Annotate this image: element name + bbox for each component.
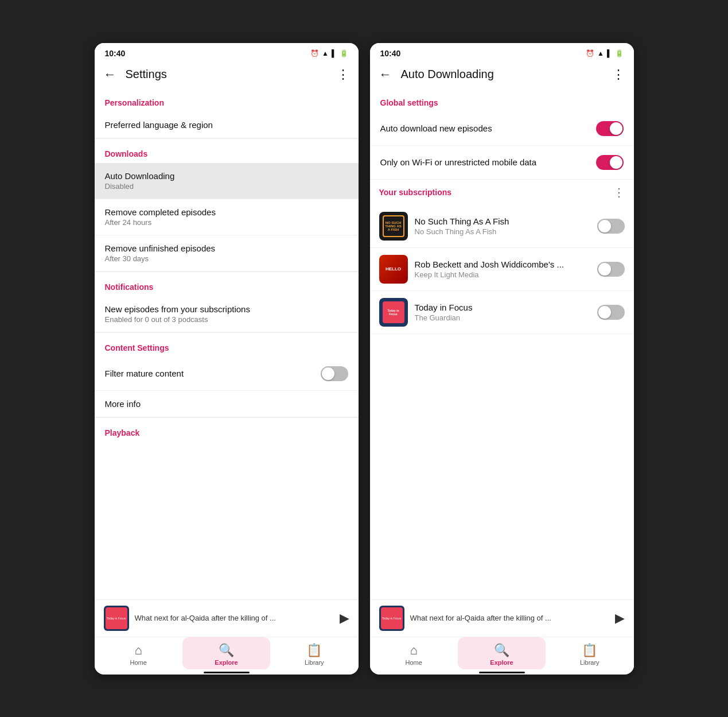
toggle-knob-wifi [610, 156, 622, 169]
player-episode-title-2: What next for al-Qaida after the killing… [410, 614, 615, 622]
guardian-title: Today in Focus [415, 303, 597, 312]
nav-home-2[interactable]: ⌂ Home [370, 637, 458, 669]
library-label: Library [305, 659, 324, 666]
fish-toggle-knob [598, 220, 611, 232]
guardian-info: Today in Focus The Guardian [415, 303, 597, 322]
fish-subtitle: No Such Thing As A Fish [415, 227, 597, 236]
section-header-personalization: Personalization [95, 88, 359, 112]
explore-label: Explore [215, 659, 238, 666]
status-bar: 10:40 ⏰ ▲ ▌ 🔋 [95, 43, 359, 61]
library-icon-2: 📋 [582, 643, 597, 658]
page-title-2: Auto Downloading [401, 68, 612, 81]
nav-library[interactable]: 📋 Library [270, 637, 358, 669]
auto-download-toggle[interactable] [596, 121, 624, 136]
rob-title: Rob Beckett and Josh Widdicombe's ... [415, 259, 597, 269]
wifi-only-label: Only on Wi-Fi or unrestricted mobile dat… [380, 157, 596, 167]
remove-completed-title: Remove completed episodes [105, 207, 348, 217]
player-thumbnail-2: Today in Focus [379, 606, 404, 631]
auto-download-toggle-row[interactable]: Auto download new episodes [370, 112, 634, 146]
status-time-2: 10:40 [380, 49, 401, 58]
section-header-downloads: Downloads [95, 139, 359, 163]
alarm-icon: ⏰ [310, 49, 319, 57]
filter-mature-toggle[interactable] [321, 366, 348, 381]
back-button[interactable]: ← [104, 68, 116, 81]
preferred-language-item[interactable]: Preferred language & region [95, 112, 359, 138]
nav-indicator-2 [479, 672, 525, 673]
section-header-playback: Playback [95, 418, 359, 442]
signal-icon: ▌ [332, 49, 337, 57]
top-bar: ← Settings ⋮ [95, 61, 359, 88]
fish-thumbnail: NO SUCH THING AS A FISH [379, 212, 408, 241]
wifi-icon: ▲ [322, 49, 329, 57]
home-icon-2: ⌂ [410, 643, 418, 658]
guardian-toggle[interactable] [597, 305, 625, 320]
nav-explore-2[interactable]: 🔍 Explore [458, 637, 546, 669]
guardian-subtitle: The Guardian [415, 313, 597, 322]
overflow-menu-button-2[interactable]: ⋮ [612, 67, 625, 82]
wifi-only-toggle[interactable] [596, 155, 624, 170]
global-settings-header: Global settings [370, 88, 634, 112]
remove-unfinished-title: Remove unfinished episodes [105, 243, 348, 253]
toggle-knob [322, 367, 334, 380]
filter-mature-label: Filter mature content [105, 369, 321, 378]
library-icon: 📋 [306, 643, 322, 658]
bottom-nav-2: ⌂ Home 🔍 Explore 📋 Library [370, 637, 634, 669]
play-button-2[interactable]: ▶ [615, 611, 625, 626]
back-button-2[interactable]: ← [379, 68, 392, 81]
battery-icon-2: 🔋 [615, 49, 624, 57]
toggle-knob-on [610, 122, 622, 135]
remove-completed-subtitle: After 24 hours [105, 218, 348, 227]
overflow-menu-button[interactable]: ⋮ [337, 67, 349, 82]
guardian-art-inner: Today in Focus [383, 301, 404, 323]
rob-subtitle: Keep It Light Media [415, 270, 597, 279]
more-info-title: More info [105, 399, 348, 409]
new-episodes-title: New episodes from your subscriptions [105, 304, 348, 314]
auto-downloading-title: Auto Downloading [105, 171, 348, 181]
nav-explore[interactable]: 🔍 Explore [182, 637, 270, 669]
remove-completed-item[interactable]: Remove completed episodes After 24 hours [95, 199, 359, 235]
new-episodes-subtitle: Enabled for 0 out of 3 podcasts [105, 315, 348, 324]
status-time: 10:40 [105, 49, 126, 58]
explore-icon: 🔍 [219, 643, 234, 658]
explore-label-2: Explore [490, 659, 513, 666]
filter-mature-row[interactable]: Filter mature content [95, 357, 359, 391]
subscriptions-menu-button[interactable]: ⋮ [613, 185, 625, 199]
spacer [95, 442, 359, 599]
status-icons: ⏰ ▲ ▌ 🔋 [310, 49, 348, 57]
signal-icon-2: ▌ [607, 49, 612, 57]
section-header-content: Content Settings [95, 333, 359, 357]
new-episodes-item[interactable]: New episodes from your subscriptions Ena… [95, 296, 359, 332]
rob-toggle[interactable] [597, 262, 625, 277]
nav-indicator [204, 672, 250, 673]
rob-art-text: HELLO [384, 265, 402, 273]
guardian-toggle-knob [598, 306, 611, 319]
home-label: Home [130, 659, 146, 666]
more-info-item[interactable]: More info [95, 391, 359, 417]
rob-toggle-knob [598, 263, 611, 276]
player-bar-2[interactable]: Today in Focus What next for al-Qaida af… [370, 599, 634, 637]
auto-downloading-subtitle: Disabled [105, 182, 348, 191]
player-thumbnail: Today in Focus [104, 606, 129, 631]
fish-toggle[interactable] [597, 219, 625, 234]
remove-unfinished-item[interactable]: Remove unfinished episodes After 30 days [95, 235, 359, 272]
wifi-icon-2: ▲ [597, 49, 604, 57]
rob-info: Rob Beckett and Josh Widdicombe's ... Ke… [415, 259, 597, 279]
player-bar[interactable]: Today in Focus What next for al-Qaida af… [95, 599, 359, 637]
status-bar-2: 10:40 ⏰ ▲ ▌ 🔋 [370, 43, 634, 61]
auto-downloading-item[interactable]: Auto Downloading Disabled [95, 163, 359, 199]
section-header-notifications: Notifications [95, 272, 359, 296]
player-episode-title: What next for al-Qaida after the killing… [135, 614, 340, 622]
status-icons-2: ⏰ ▲ ▌ 🔋 [586, 49, 623, 57]
subscription-fish[interactable]: NO SUCH THING AS A FISH No Such Thing As… [370, 205, 634, 248]
nav-library-2[interactable]: 📋 Library [546, 637, 633, 669]
guardian-thumbnail: Today in Focus [379, 298, 408, 327]
wifi-only-toggle-row[interactable]: Only on Wi-Fi or unrestricted mobile dat… [370, 146, 634, 180]
battery-icon: 🔋 [340, 49, 348, 57]
page-title: Settings [126, 68, 337, 81]
remove-unfinished-subtitle: After 30 days [105, 254, 348, 263]
fish-art-inner: NO SUCH THING AS A FISH [383, 215, 404, 237]
nav-home[interactable]: ⌂ Home [95, 637, 182, 669]
subscription-rob[interactable]: HELLO Rob Beckett and Josh Widdicombe's … [370, 248, 634, 291]
subscription-guardian[interactable]: Today in Focus Today in Focus The Guardi… [370, 291, 634, 334]
play-button[interactable]: ▶ [340, 611, 349, 626]
